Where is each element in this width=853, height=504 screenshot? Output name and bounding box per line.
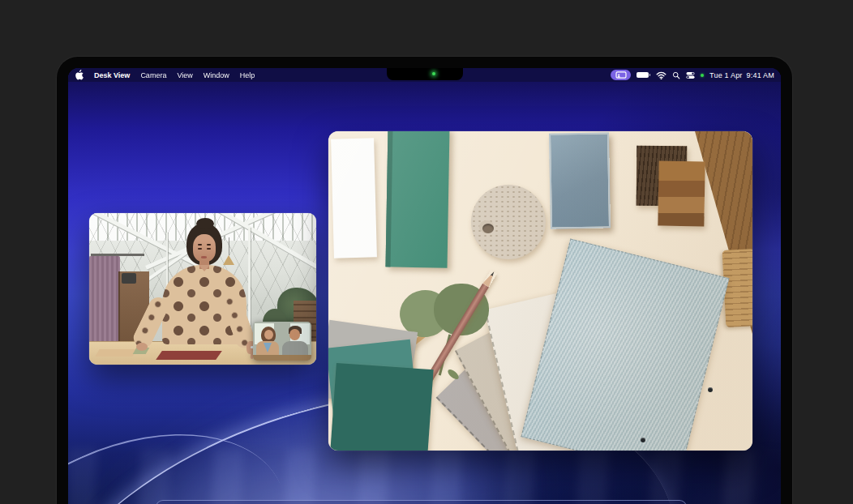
menu-view[interactable]: View (177, 71, 192, 79)
macbook-bezel: Desk View Camera View Window Help (57, 57, 792, 504)
brown-wood-sample (658, 161, 705, 227)
control-center-icon[interactable] (686, 71, 695, 79)
pip-local-video[interactable] (253, 322, 311, 361)
pip-table-edge (253, 355, 311, 361)
presenter-eyebrow (198, 244, 202, 246)
presenter-lips (201, 256, 207, 258)
apple-menu[interactable] (75, 70, 84, 80)
screen-sharing-pill[interactable] (611, 70, 631, 80)
swatch-grommet (641, 438, 645, 442)
camera-notch (387, 68, 463, 80)
menu-bar-clock[interactable]: Tue 1 Apr 9:41 AM (709, 71, 774, 79)
clothing-rack-fabric (89, 256, 120, 347)
background-window-top-edge[interactable] (156, 500, 687, 504)
presenter-eye (207, 248, 211, 250)
desk-swatch-tan (95, 349, 136, 357)
speaker-box (122, 273, 136, 284)
battery-icon[interactable] (637, 72, 650, 79)
presenter-eye (198, 248, 202, 250)
marketing-canvas: { "menu_bar": { "app_name": "Desk View",… (0, 0, 853, 504)
desk-swatch-red (156, 351, 222, 360)
facetime-window[interactable] (89, 213, 316, 365)
wallpaper-bottom-streaks (68, 449, 781, 504)
macbook-screen: Desk View Camera View Window Help (68, 68, 781, 504)
menu-bar-date: Tue 1 Apr (709, 71, 743, 79)
menu-help[interactable]: Help (240, 71, 255, 79)
presenter-hand-left (136, 343, 148, 351)
pendant-lamp-cord (229, 237, 229, 255)
ceiling-post (248, 228, 251, 327)
display-person-icon (615, 71, 627, 79)
camera-indicator-led (432, 72, 435, 75)
swatch-grommet (708, 387, 713, 392)
presenter-eyebrow (207, 244, 211, 246)
menu-window[interactable]: Window (204, 71, 229, 79)
camera-active-dot (701, 74, 704, 77)
battery-nub (649, 74, 651, 77)
menu-bar-left: Desk View Camera View Window Help (75, 70, 255, 80)
pip-woman-face (264, 330, 273, 340)
pip-man-face (289, 329, 300, 340)
desk-view-window[interactable] (328, 131, 752, 451)
menu-bar-time: 9:41 AM (747, 71, 774, 79)
menu-camera[interactable]: Camera (140, 71, 166, 79)
battery-body (637, 72, 649, 79)
presenter-hair-bun (196, 218, 214, 229)
app-menu-desk-view[interactable]: Desk View (94, 71, 130, 79)
pendant-lamp (223, 255, 234, 265)
wifi-icon[interactable] (656, 71, 667, 79)
menu-bar-status: Tue 1 Apr 9:41 AM (611, 70, 774, 80)
spotlight-search-icon[interactable] (672, 71, 680, 79)
apple-logo-icon (75, 70, 84, 80)
dark-teal-card (330, 363, 433, 451)
